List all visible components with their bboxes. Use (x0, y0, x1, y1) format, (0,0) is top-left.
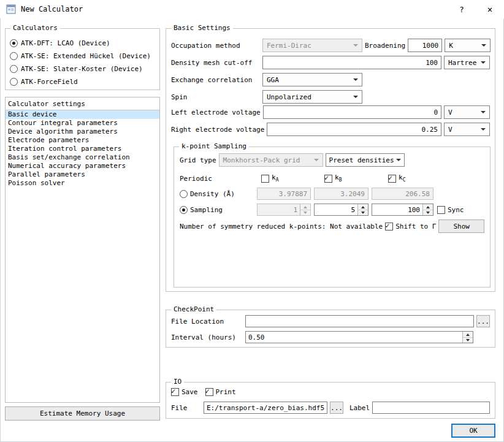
density-radio-label: Density (Å) (190, 190, 235, 198)
checkpoint-group: CheckPoint File Location ... Interval (h… (166, 310, 495, 348)
settings-item-iteration-control[interactable]: Iteration control parameters (6, 145, 159, 153)
file-location-browse-button[interactable]: ... (476, 315, 490, 327)
settings-item-numerical-accuracy[interactable]: Numerical accuracy parameters (6, 162, 159, 170)
periodic-label: Periodic (180, 175, 212, 183)
estimate-memory-button[interactable]: Estimate Memory Usage (5, 406, 160, 421)
left-voltage-unit-value: V (448, 109, 452, 116)
window-title: New Calculator (21, 5, 83, 13)
ka-label: kA (272, 173, 278, 183)
spin-row: Spin Unpolarized (171, 90, 490, 104)
settings-item-contour-integral[interactable]: Contour integral parameters (6, 119, 159, 128)
mesh-unit-select[interactable]: Hartree (444, 56, 490, 69)
kpoint-group-label: k-point Sampling (179, 142, 249, 150)
left-voltage-unit-select[interactable]: V (444, 105, 490, 119)
right-voltage-unit-select[interactable]: V (444, 123, 490, 136)
shift-to-gamma-label: Shift to Γ (395, 223, 436, 231)
broadening-input[interactable] (408, 39, 442, 52)
spin-down-icon[interactable] (463, 337, 473, 343)
sampling-radio[interactable]: Sampling (180, 206, 223, 214)
kc-checkbox[interactable] (388, 175, 396, 183)
spin-up-icon (300, 204, 310, 210)
sync-label: Sync (448, 206, 464, 214)
shift-to-gamma-checkbox[interactable] (385, 223, 393, 231)
check-icon (385, 221, 389, 230)
io-file-browse-button[interactable]: ... (330, 402, 343, 414)
kb-label: kB (335, 173, 342, 183)
interval-input[interactable] (246, 332, 462, 343)
show-button[interactable]: Show (438, 219, 484, 233)
preset-densities-button[interactable]: Preset densities (326, 153, 405, 167)
settings-item-basis-set[interactable]: Basis set/exchange correlation (6, 153, 159, 162)
interval-row: Interval (hours) (171, 331, 490, 343)
calculator-option-atk-se-huckel[interactable]: ATK-SE: Extended Hückel (Device) (10, 51, 159, 60)
sync-checkbox[interactable] (437, 206, 445, 214)
check-icon (205, 387, 210, 395)
exchange-correlation-select[interactable]: GGA (262, 73, 362, 86)
file-location-input[interactable] (245, 315, 474, 327)
spin-down-icon[interactable] (358, 210, 368, 215)
sampling-b-input[interactable] (315, 204, 357, 215)
density-mesh-input[interactable] (262, 56, 441, 69)
sampling-a-input (258, 204, 300, 215)
left-voltage-row: Left electrode voltage V (171, 105, 490, 119)
calculator-option-atk-dft[interactable]: ATK-DFT: LCAO (Device) (10, 39, 159, 47)
sampling-row: Sampling Sync (180, 203, 484, 216)
symmetry-row: Number of symmetry reduced k-points: Not… (180, 219, 484, 233)
sampling-a-spinner (257, 204, 311, 216)
spin-up-icon[interactable] (358, 204, 368, 210)
print-checkbox[interactable] (205, 388, 213, 396)
settings-item-device-algorithm[interactable]: Device algorithm parameters (6, 128, 159, 136)
right-voltage-input[interactable] (267, 123, 441, 136)
chevron-down-icon (481, 111, 486, 113)
file-location-row: File Location ... (171, 315, 490, 327)
sampling-c-input[interactable] (372, 204, 422, 215)
grid-type-row: Grid type Monkhorst-Pack grid Preset den… (180, 153, 484, 167)
right-voltage-row: Right electrode voltage V (171, 123, 490, 136)
calculator-settings-list: Calculator settings Basic device Contour… (5, 97, 160, 403)
help-button[interactable]: ? (448, 0, 476, 18)
spin-up-icon[interactable] (463, 332, 473, 337)
xc-row: Exchange correlation GGA (171, 73, 490, 86)
settings-list-header: Calculator settings (6, 97, 159, 110)
kb-checkbox[interactable] (324, 175, 332, 183)
spin-up-icon[interactable] (423, 204, 433, 210)
radio-icon (10, 65, 18, 73)
density-a-field (257, 188, 311, 200)
right-voltage-unit-value: V (448, 126, 452, 134)
chevron-down-icon (481, 128, 486, 131)
titlebar: New Calculator ? ✕ (0, 0, 504, 18)
occupation-method-select: Fermi-Dirac (262, 39, 362, 52)
io-group: IO Save Print File ... Label (166, 382, 495, 419)
ka-checkbox[interactable] (261, 175, 269, 183)
settings-item-basic-device[interactable]: Basic device (6, 110, 159, 119)
check-icon (324, 173, 329, 182)
grid-type-label: Grid type (180, 156, 216, 164)
file-location-label: File Location (171, 318, 243, 326)
left-voltage-input[interactable] (263, 105, 441, 119)
preset-densities-label: Preset densities (329, 156, 394, 164)
spin-select[interactable]: Unpolarized (262, 90, 362, 104)
ok-button[interactable]: OK (451, 424, 495, 438)
io-label-input[interactable] (372, 402, 490, 414)
broadening-unit-select[interactable]: K (445, 39, 491, 52)
settings-item-poisson-solver[interactable]: Poisson solver (6, 179, 159, 188)
calculator-option-atk-se-slater-koster[interactable]: ATK-SE: Slater-Koster (Device) (10, 64, 159, 73)
settings-item-electrode[interactable]: Electrode parameters (6, 136, 159, 145)
chevron-down-icon (353, 44, 358, 47)
io-group-label: IO (171, 378, 184, 386)
calculator-option-label: ATK-SE: Slater-Koster (Device) (21, 65, 143, 73)
spin-down-icon[interactable] (423, 210, 433, 215)
density-radio[interactable]: Density (Å) (180, 190, 235, 198)
settings-item-parallel[interactable]: Parallel parameters (6, 170, 159, 179)
sampling-radio-label: Sampling (190, 206, 223, 214)
sampling-c-spinner (372, 204, 433, 216)
density-b-field (314, 188, 368, 200)
basic-settings-group-label: Basic Settings (171, 24, 233, 32)
io-file-input[interactable] (204, 402, 327, 414)
calculator-option-label: ATK-DFT: LCAO (Device) (21, 39, 110, 47)
save-checkbox[interactable] (171, 388, 179, 396)
calculator-option-atk-forcefield[interactable]: ATK-ForceField (10, 77, 159, 86)
io-label-label: Label (349, 404, 370, 412)
spin-down-icon (300, 210, 310, 215)
close-button[interactable]: ✕ (476, 0, 504, 18)
